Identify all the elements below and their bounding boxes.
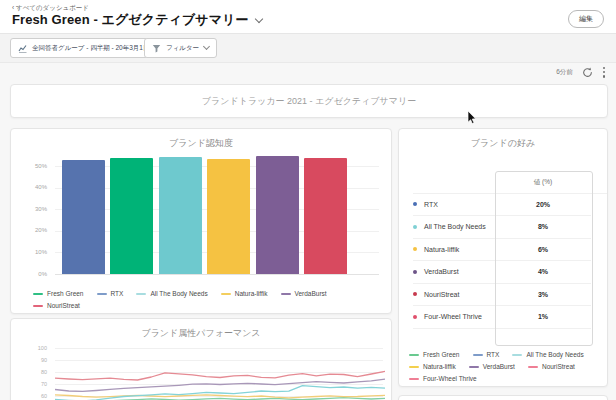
- last-updated: 6分前: [556, 68, 573, 77]
- status-row: 6分前: [556, 66, 606, 79]
- brand-dot-icon: [413, 202, 417, 206]
- y-axis-tick: 60: [11, 393, 47, 399]
- y-axis-tick: 0%: [11, 271, 47, 277]
- brand-label-cell: Four-Wheel Thrive: [413, 313, 495, 320]
- legend-item[interactable]: Four-Wheel Thrive: [409, 374, 477, 383]
- filter-bar: 全回答者グループ - 四半期 - 20年3月1日 <> 今日 フィルター: [0, 34, 616, 63]
- chevron-down-icon[interactable]: [254, 14, 262, 22]
- legend-dash-icon: [136, 293, 146, 295]
- line-series-svg: [55, 319, 385, 400]
- brand-awareness-card: ブランド認知度 50%40%30%20%10%0% Fresh GreenRTX…: [10, 128, 392, 314]
- legend-dash-icon: [409, 354, 419, 356]
- funnel-icon: [152, 44, 161, 53]
- line-series-natura-liffik: [55, 395, 385, 398]
- table-row: RTX20%: [413, 194, 591, 217]
- legend-item[interactable]: VerdaBurst: [469, 362, 515, 371]
- legend-label: Four-Wheel Thrive: [423, 374, 477, 383]
- breadcrumb-label: すべてのダッシュボード: [16, 4, 89, 11]
- brand-dot-icon: [413, 247, 417, 251]
- brand-name: Four-Wheel Thrive: [424, 313, 482, 320]
- legend-label: RTX: [111, 289, 124, 298]
- legend-item[interactable]: All The Body Needs: [136, 289, 207, 298]
- legend-dash-icon: [512, 354, 522, 356]
- chart-title: ブランドの好み: [399, 137, 607, 150]
- table-row: All The Body Needs8%: [413, 216, 591, 239]
- kebab-menu-icon[interactable]: [602, 66, 606, 79]
- edit-button[interactable]: 編集: [568, 10, 604, 28]
- legend-item[interactable]: NouriStreat: [33, 301, 80, 310]
- filter-button-label: フィルター: [166, 44, 199, 53]
- line-series-verdaburst: [55, 379, 385, 391]
- legend-label: Fresh Green: [423, 350, 460, 359]
- legend-dash-icon: [33, 305, 43, 307]
- refresh-icon[interactable]: [582, 67, 593, 78]
- dashboard-title: Fresh Green - エグゼクティブサマリー: [12, 11, 249, 29]
- legend-item[interactable]: RTX: [473, 350, 500, 359]
- page-title: Fresh Green - エグゼクティブサマリー: [12, 11, 262, 29]
- y-axis-tick: 50%: [11, 163, 47, 169]
- legend-label: Natura-liffik: [235, 289, 268, 298]
- legend-item[interactable]: Fresh Green: [33, 289, 84, 298]
- bar-chart-plot: 50%40%30%20%10%0%: [11, 129, 391, 313]
- legend-item[interactable]: RTX: [97, 289, 124, 298]
- y-axis-tick: 30%: [11, 206, 47, 212]
- bar-fresh-green: [110, 158, 153, 274]
- brand-attribute-card: ブランド属性パフォーマンス 10090807060: [10, 318, 392, 400]
- brand-label-cell: VerdaBurst: [413, 268, 495, 275]
- y-axis-tick: 40%: [11, 184, 47, 190]
- brand-preference-card: ブランドの好み 値 (%)Fresh Green60%RTX20%All The…: [398, 128, 608, 387]
- legend-item[interactable]: Natura-liffik: [221, 289, 268, 298]
- banner-card: ブランドトラッカー 2021 - エグゼクティブサマリー: [10, 84, 608, 118]
- legend-label: NouriStreat: [542, 362, 575, 371]
- y-axis-tick: 70: [11, 381, 47, 387]
- legend-dash-icon: [409, 378, 419, 380]
- brand-label-cell: All The Body Needs: [413, 223, 495, 230]
- legend-dash-icon: [409, 366, 419, 368]
- legend-label: VerdaBurst: [295, 289, 327, 298]
- back-chevron-icon: ‹: [12, 4, 14, 11]
- brand-name: RTX: [424, 201, 438, 208]
- y-axis-tick: 20%: [11, 227, 47, 233]
- filter-chip[interactable]: フィルター: [144, 38, 217, 58]
- bar-chart-legend: Fresh GreenRTXAll The Body NeedsNatura-l…: [33, 289, 383, 310]
- y-axis-tick: 100: [11, 345, 47, 351]
- banner-title: ブランドトラッカー 2021 - エグゼクティブサマリー: [11, 85, 607, 117]
- legend-dash-icon: [33, 293, 43, 295]
- line-series-nouristreat: [55, 371, 385, 380]
- legend-item[interactable]: NouriStreat: [528, 362, 575, 371]
- gridline: [55, 274, 379, 275]
- bar-all-the-body-needs: [159, 157, 202, 274]
- legend-label: Natura-liffik: [423, 362, 456, 371]
- preference-legend: Fresh GreenRTXAll The Body NeedsNatura-l…: [409, 350, 601, 383]
- brand-label-cell: NouriStreat: [413, 291, 495, 298]
- legend-label: All The Body Needs: [526, 350, 583, 359]
- brand-value: 8%: [495, 223, 591, 230]
- brand-dot-icon: [413, 225, 417, 229]
- brand-value: 20%: [495, 201, 591, 208]
- brand-name: NouriStreat: [424, 291, 459, 298]
- brand-name: Natura-liffik: [424, 246, 459, 253]
- legend-dash-icon: [469, 366, 479, 368]
- table-row: VerdaBurst4%: [413, 261, 591, 284]
- legend-item[interactable]: Natura-liffik: [409, 362, 456, 371]
- table-row: NouriStreat3%: [413, 284, 591, 307]
- legend-dash-icon: [528, 366, 538, 368]
- legend-dash-icon: [221, 293, 231, 295]
- legend-item[interactable]: Fresh Green: [409, 350, 460, 359]
- table-header-row: 値 (%): [413, 171, 608, 194]
- legend-item[interactable]: VerdaBurst: [281, 289, 327, 298]
- bar-verdaburst: [256, 156, 299, 274]
- chart-icon: [18, 44, 27, 53]
- legend-label: All The Body Needs: [150, 289, 207, 298]
- legend-label: VerdaBurst: [483, 362, 515, 371]
- brand-value: 3%: [495, 291, 591, 298]
- brand-value: 6%: [495, 246, 591, 253]
- bar-rtx: [62, 160, 105, 274]
- legend-item[interactable]: All The Body Needs: [512, 350, 583, 359]
- y-axis-tick: 90: [11, 357, 47, 363]
- table-row: Four-Wheel Thrive1%: [413, 306, 591, 329]
- legend-label: RTX: [487, 350, 500, 359]
- y-axis-tick: 80: [11, 369, 47, 375]
- brand-dot-icon: [413, 315, 417, 319]
- brand-label-cell: Natura-liffik: [413, 246, 495, 253]
